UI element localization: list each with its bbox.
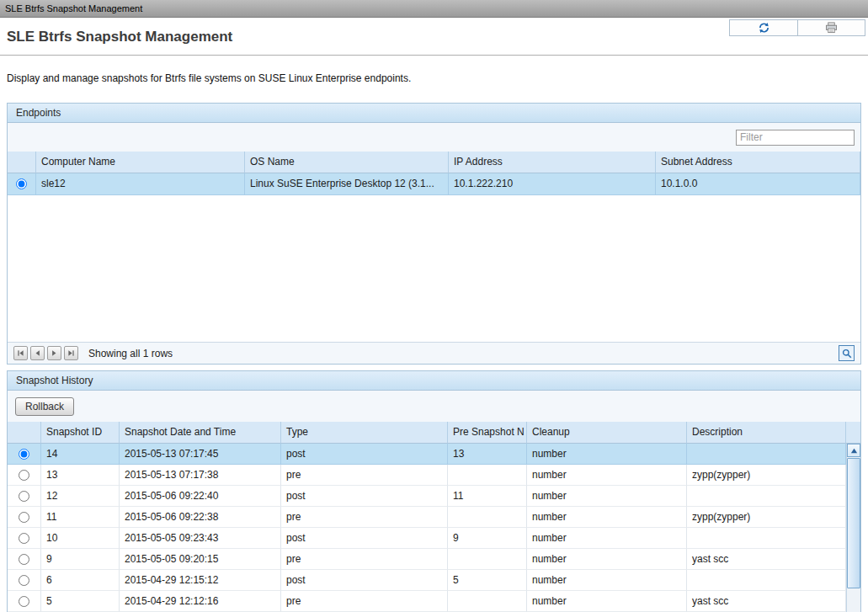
table-cell: 9 bbox=[41, 549, 120, 570]
refresh-icon bbox=[758, 22, 770, 34]
snapshot-header-radio-stub bbox=[8, 422, 41, 444]
snapshot-column-header[interactable]: Pre Snapshot N bbox=[448, 422, 527, 444]
scroll-up-button[interactable] bbox=[847, 444, 860, 457]
table-cell: 5 bbox=[448, 570, 527, 591]
table-cell: yast scc bbox=[687, 591, 846, 612]
table-cell: number bbox=[527, 549, 687, 570]
snapshot-select-radio[interactable] bbox=[19, 449, 29, 460]
table-cell bbox=[687, 486, 846, 507]
snapshot-table-region: 142015-05-13 07:17:45post13number132015-… bbox=[8, 444, 860, 612]
row-radio-cell bbox=[8, 507, 41, 528]
table-cell: number bbox=[527, 465, 687, 486]
previous-page-icon bbox=[33, 349, 42, 358]
table-cell: yast scc bbox=[687, 549, 846, 570]
row-radio-cell bbox=[8, 444, 41, 465]
snapshot-select-radio[interactable] bbox=[19, 533, 29, 544]
endpoints-header-radio-stub bbox=[8, 152, 36, 173]
row-radio-cell bbox=[8, 465, 41, 486]
scrollbar-thumb[interactable] bbox=[847, 458, 860, 588]
table-cell: post bbox=[281, 444, 448, 465]
snapshot-row[interactable]: 112015-05-06 09:22:38prenumberzypp(zyppe… bbox=[8, 507, 846, 528]
snapshot-row[interactable]: 92015-05-05 09:20:15prenumberyast scc bbox=[8, 549, 846, 570]
snapshot-column-header[interactable]: Type bbox=[281, 422, 448, 444]
snapshot-select-radio[interactable] bbox=[19, 596, 29, 607]
table-cell: 2015-05-06 09:22:40 bbox=[120, 486, 281, 507]
table-cell bbox=[448, 591, 527, 612]
table-cell: pre bbox=[281, 507, 448, 528]
endpoints-panel-header: Endpoints bbox=[8, 104, 860, 123]
snapshot-row[interactable]: 122015-05-06 09:22:40post11number bbox=[8, 486, 846, 507]
table-cell: 10 bbox=[41, 528, 120, 549]
snapshot-toolbar: Rollback bbox=[8, 391, 860, 422]
endpoints-column-header[interactable]: OS Name bbox=[245, 152, 449, 173]
next-page-button[interactable] bbox=[47, 346, 61, 360]
row-radio-cell bbox=[8, 549, 41, 570]
table-options-button[interactable] bbox=[839, 345, 855, 361]
snapshot-column-header[interactable]: Description bbox=[687, 422, 846, 444]
table-cell: 2015-05-13 07:17:45 bbox=[120, 444, 281, 465]
snapshot-row[interactable]: 62015-04-29 12:15:12post5number bbox=[8, 570, 846, 591]
window-titlebar: SLE Btrfs Snapshot Management bbox=[0, 0, 868, 18]
endpoints-table-body: sle12Linux SuSE Enterprise Desktop 12 (3… bbox=[8, 173, 860, 342]
snapshot-table-header: Snapshot IDSnapshot Date and TimeTypePre… bbox=[8, 422, 860, 444]
snapshot-select-radio[interactable] bbox=[19, 554, 29, 565]
endpoint-select-radio[interactable] bbox=[16, 178, 27, 189]
scrollbar-track[interactable] bbox=[847, 457, 860, 612]
snapshot-row[interactable]: 142015-05-13 07:17:45post13number bbox=[8, 444, 846, 465]
table-cell: 10.1.222.210 bbox=[449, 173, 656, 195]
table-cell: 2015-05-13 07:17:38 bbox=[120, 465, 281, 486]
table-cell: 10.1.0.0 bbox=[656, 173, 860, 195]
snapshot-row[interactable]: 102015-05-05 09:23:43post9number bbox=[8, 528, 846, 549]
previous-page-button[interactable] bbox=[30, 346, 45, 360]
snapshot-column-header[interactable]: Snapshot Date and Time bbox=[120, 422, 281, 444]
snapshot-panel-title: Snapshot History bbox=[16, 375, 93, 386]
table-cell bbox=[687, 570, 846, 591]
table-cell: 9 bbox=[448, 528, 527, 549]
snapshot-select-radio[interactable] bbox=[19, 575, 29, 586]
table-cell: 11 bbox=[41, 507, 120, 528]
snapshot-select-radio[interactable] bbox=[19, 512, 29, 523]
table-cell: 11 bbox=[448, 486, 527, 507]
endpoints-panel: Endpoints Computer NameOS NameIP Address… bbox=[7, 103, 861, 365]
table-cell: 6 bbox=[41, 570, 120, 591]
table-cell: 2015-04-29 12:15:12 bbox=[120, 570, 281, 591]
refresh-button[interactable] bbox=[730, 20, 797, 35]
endpoints-column-header[interactable]: IP Address bbox=[449, 152, 656, 173]
rollback-button[interactable]: Rollback bbox=[15, 397, 74, 416]
snapshot-select-radio[interactable] bbox=[19, 491, 29, 502]
endpoints-column-header[interactable]: Subnet Address bbox=[656, 152, 860, 173]
table-cell: pre bbox=[281, 549, 448, 570]
header-divider bbox=[0, 55, 868, 56]
first-page-button[interactable] bbox=[13, 346, 28, 360]
table-cell: 13 bbox=[41, 465, 120, 486]
row-radio-cell bbox=[8, 173, 36, 195]
next-page-icon bbox=[50, 349, 59, 358]
print-button[interactable] bbox=[797, 20, 865, 35]
snapshot-select-radio[interactable] bbox=[19, 470, 29, 481]
row-radio-cell bbox=[8, 528, 41, 549]
table-cell: sle12 bbox=[36, 173, 245, 195]
table-cell: 2015-05-05 09:23:43 bbox=[120, 528, 281, 549]
last-page-button[interactable] bbox=[64, 346, 78, 360]
snapshot-column-header[interactable]: Cleanup bbox=[527, 422, 687, 444]
table-cell: 5 bbox=[41, 591, 120, 612]
snapshot-column-header[interactable]: Snapshot ID bbox=[41, 422, 120, 444]
table-cell: number bbox=[527, 444, 687, 465]
scroll-up-icon bbox=[850, 447, 858, 455]
snapshot-row[interactable]: 52015-04-29 12:12:16prenumberyast scc bbox=[8, 591, 846, 612]
snapshot-row[interactable]: 132015-05-13 07:17:38prenumberzypp(zyppe… bbox=[8, 465, 846, 486]
table-cell: zypp(zypper) bbox=[687, 465, 846, 486]
table-cell: number bbox=[527, 507, 687, 528]
table-cell: pre bbox=[281, 465, 448, 486]
page-description: Display and manage snapshots for Btrfs f… bbox=[7, 72, 861, 84]
table-cell: number bbox=[527, 591, 687, 612]
magnifier-icon bbox=[842, 349, 852, 359]
endpoints-column-header[interactable]: Computer Name bbox=[36, 152, 245, 173]
table-cell: Linux SuSE Enterprise Desktop 12 (3.1... bbox=[245, 173, 449, 195]
endpoint-row[interactable]: sle12Linux SuSE Enterprise Desktop 12 (3… bbox=[8, 173, 860, 195]
row-radio-cell bbox=[8, 591, 41, 612]
table-cell bbox=[687, 528, 846, 549]
vertical-scrollbar[interactable] bbox=[846, 444, 860, 612]
filter-input[interactable] bbox=[736, 130, 855, 146]
window-title: SLE Btrfs Snapshot Management bbox=[5, 3, 142, 13]
